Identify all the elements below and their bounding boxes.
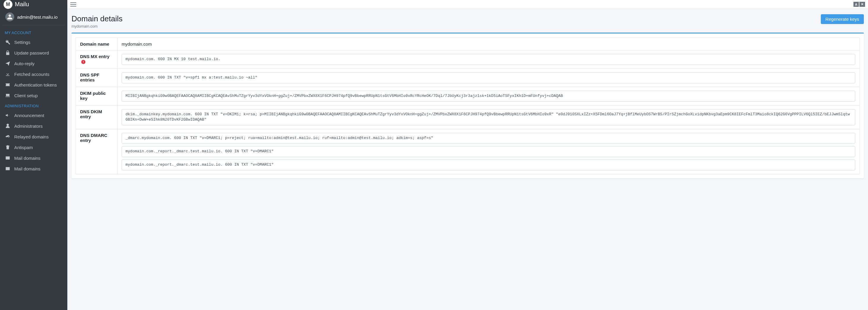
sidebar-item-label: Authentication tokens <box>14 82 57 88</box>
table-row: DNS MX entry!mydomain.com. 600 IN MX 10 … <box>76 50 860 69</box>
sidebar-item-mail-domains-1[interactable]: Mail domains <box>0 152 67 163</box>
sidebar-item-label: Antispam <box>14 145 33 150</box>
avatar-icon <box>5 12 14 21</box>
laptop-icon <box>5 93 11 98</box>
lock-icon <box>5 50 11 56</box>
row-label: DNS DMARC entry <box>76 129 118 174</box>
topbar-badges: A ✕ <box>854 2 865 7</box>
table-row: Domain namemydomain.com <box>76 38 860 50</box>
row-label: DKIM public key <box>76 87 118 105</box>
envelope-icon <box>5 155 11 161</box>
sidebar-item-antispam[interactable]: Antispam <box>0 142 67 152</box>
sidebar-item-relayed[interactable]: Relayed domains <box>0 131 67 142</box>
sidebar-item-label: Administrators <box>14 124 43 129</box>
close-badge[interactable]: ✕ <box>859 2 865 7</box>
page-title: Domain details <box>71 14 123 24</box>
sidebar-item-label: Fetched accounts <box>14 72 49 77</box>
reply-all-icon <box>5 134 11 140</box>
content-header: Domain details mydomain.com Regenerate k… <box>67 9 868 33</box>
sidebar: admin@test.mailu.io MY ACCOUNTSettingsUp… <box>0 9 67 310</box>
table-row: DNS SPF entriesmydomain.com. 600 IN TXT … <box>76 68 860 87</box>
sidebar-item-label: Auto-reply <box>14 61 34 66</box>
sidebar-item-label: Announcement <box>14 113 44 118</box>
menu-toggle-icon[interactable] <box>70 2 76 6</box>
sidebar-item-announcement[interactable]: Announcement <box>0 110 67 120</box>
user-email: admin@test.mailu.io <box>17 14 58 20</box>
brand-logo: M <box>4 0 12 9</box>
table-row: DNS DMARC entry_dmarc.mydomain.com. 600 … <box>76 129 860 174</box>
ticket-icon <box>5 82 11 88</box>
sidebar-item-administrators[interactable]: Administrators <box>0 120 67 131</box>
plane-icon <box>5 61 11 66</box>
envelope-icon <box>5 166 11 172</box>
row-value: mydomain.com <box>118 38 860 50</box>
wrench-icon <box>5 39 11 45</box>
content: Domain details mydomain.com Regenerate k… <box>67 9 868 310</box>
dns-record[interactable]: MIIBIjANBgkqhkiG9w0BAQEFAAOCAQ8AMIIBCgKC… <box>122 91 855 102</box>
bullhorn-icon <box>5 112 11 118</box>
sidebar-item-fetched[interactable]: Fetched accounts <box>0 69 67 79</box>
details-card: Domain namemydomain.comDNS MX entry!mydo… <box>71 33 864 178</box>
user-icon <box>5 123 11 129</box>
sidebar-item-label: Update password <box>14 50 49 56</box>
dns-record[interactable]: mydomain.com. 600 IN MX 10 test.mailu.io… <box>122 54 855 65</box>
topbar: M Mailu A ✕ <box>0 0 868 9</box>
sidebar-item-label: Mail domains <box>14 156 40 161</box>
dns-record[interactable]: mydomain.com. 600 IN TXT "v=spf1 mx a:te… <box>122 72 855 83</box>
sidebar-item-label: Settings <box>14 40 30 45</box>
sidebar-item-label: Client setup <box>14 93 38 98</box>
sidebar-item-auto-reply[interactable]: Auto-reply <box>0 58 67 69</box>
nav-header: ADMINISTRATION <box>0 101 67 110</box>
sidebar-item-settings[interactable]: Settings <box>0 37 67 47</box>
page-subtitle: mydomain.com <box>71 24 123 29</box>
dns-record[interactable]: _dmarc.mydomain.com. 600 IN TXT "v=DMARC… <box>122 133 855 144</box>
sidebar-item-label: Relayed domains <box>14 134 49 139</box>
regenerate-keys-button[interactable]: Regenerate keys <box>821 14 864 24</box>
dns-record[interactable]: mydomain.com._report._dmarc.test.mailu.i… <box>122 160 855 170</box>
row-label: Domain name <box>76 38 118 50</box>
row-value: MIIBIjANBgkqhkiG9w0BAQEFAAOCAQ8AMIIBCgKC… <box>118 87 860 105</box>
dns-record[interactable]: mydomain.com._report._dmarc.test.mailu.i… <box>122 146 855 157</box>
sidebar-item-update-password[interactable]: Update password <box>0 47 67 58</box>
language-badge[interactable]: A <box>854 2 859 7</box>
row-label: DNS MX entry! <box>76 50 118 69</box>
row-value: mydomain.com. 600 IN TXT "v=spf1 mx a:te… <box>118 68 860 87</box>
nav-header: MY ACCOUNT <box>0 28 67 37</box>
row-value: _dmarc.mydomain.com. 600 IN TXT "v=DMARC… <box>118 129 860 174</box>
details-table: Domain namemydomain.comDNS MX entry!mydo… <box>75 38 860 174</box>
download-icon <box>5 71 11 77</box>
brand-block: M Mailu <box>0 0 67 9</box>
row-value: dkim._domainkey.mydomain.com. 600 IN TXT… <box>118 105 860 129</box>
sidebar-item-mail-domains-2[interactable]: Mail domains <box>0 163 67 174</box>
trash-icon <box>5 144 11 150</box>
sidebar-item-client-setup[interactable]: Client setup <box>0 90 67 101</box>
user-block: admin@test.mailu.io <box>2 9 65 25</box>
brand-name: Mailu <box>15 1 29 8</box>
sidebar-item-label: Mail domains <box>14 166 40 171</box>
table-row: DKIM public keyMIIBIjANBgkqhkiG9w0BAQEFA… <box>76 87 860 105</box>
plain-value: mydomain.com <box>122 41 152 46</box>
warning-icon: ! <box>81 60 86 64</box>
row-value: mydomain.com. 600 IN MX 10 test.mailu.io… <box>118 50 860 69</box>
row-label: DNS DKIM entry <box>76 105 118 129</box>
table-row: DNS DKIM entrydkim._domainkey.mydomain.c… <box>76 105 860 129</box>
dns-record[interactable]: dkim._domainkey.mydomain.com. 600 IN TXT… <box>122 109 855 126</box>
row-label: DNS SPF entries <box>76 68 118 87</box>
sidebar-item-auth-tokens[interactable]: Authentication tokens <box>0 79 67 90</box>
